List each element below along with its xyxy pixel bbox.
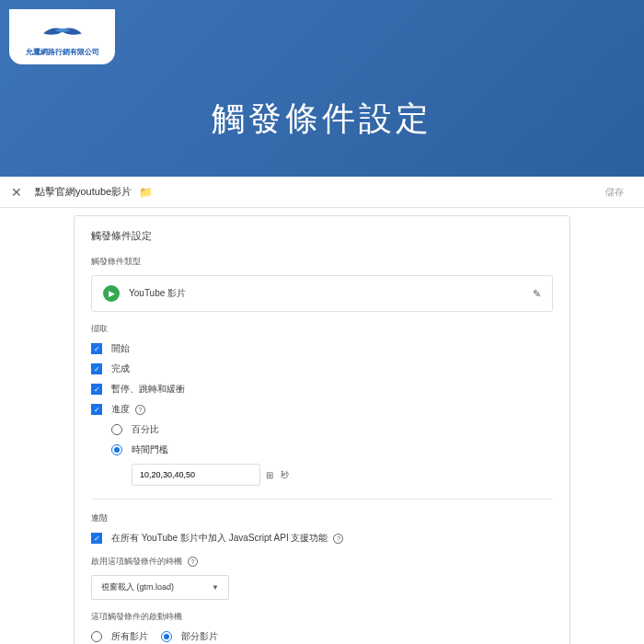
label-jsapi: 在所有 YouTube 影片中加入 JavaScript API 支援功能 [111,532,328,545]
enable-select[interactable]: 視窗載入 (gtm.load)▼ [91,575,229,600]
checkbox-pause[interactable]: ✓ [91,384,102,395]
checkbox-jsapi[interactable]: ✓ [91,533,102,544]
label-percent: 百分比 [132,423,159,436]
eagle-logo-icon [40,17,86,45]
trigger-type-row[interactable]: ▶ YouTube 影片 ✎ [91,275,553,312]
threshold-input[interactable] [132,464,260,486]
fire-section-label: 這項觸發條件的啟動時機 [91,611,553,623]
chevron-down-icon: ▼ [212,583,219,592]
radio-some-videos[interactable] [161,631,172,642]
panel-title: 觸發條件設定 [91,229,553,243]
label-progress: 進度 [111,403,130,416]
config-panel: 觸發條件設定 觸發條件類型 ▶ YouTube 影片 ✎ 擷取 ✓開始 ✓完成 … [74,215,570,644]
label-threshold: 時間門檻 [132,443,168,456]
topbar: ✕ 點擊官網youtube影片 📁 儲存 [0,177,644,208]
radio-threshold[interactable] [111,444,122,455]
label-pause: 暫停、跳轉和緩衝 [111,383,185,396]
trigger-type-name: YouTube 影片 [129,287,533,300]
divider [91,499,553,500]
label-complete: 完成 [111,362,130,375]
hero-banner: 允鷹網路行銷有限公司 觸發條件設定 [0,0,644,177]
enable-label: 啟用這項觸發條件的時機? [91,556,553,568]
checkbox-start[interactable]: ✓ [91,343,102,354]
capture-section-label: 擷取 [91,323,553,335]
label-all-videos: 所有影片 [111,630,148,643]
logo-card: 允鷹網路行銷有限公司 [9,9,115,64]
help-icon[interactable]: ? [135,405,145,415]
variable-icon[interactable]: ⊞ [266,470,273,480]
help-enable-icon[interactable]: ? [188,557,198,567]
help-jsapi-icon[interactable]: ? [333,534,343,544]
radio-all-videos[interactable] [91,631,102,642]
youtube-play-icon: ▶ [103,285,120,302]
checkbox-progress[interactable]: ✓ [91,404,102,415]
edit-pencil-icon[interactable]: ✎ [533,288,541,300]
unit-seconds: 秒 [281,469,289,481]
radio-percent[interactable] [111,424,122,435]
advanced-section-label: 進階 [91,512,553,524]
logo-company-text: 允鷹網路行銷有限公司 [26,47,99,57]
close-icon[interactable]: ✕ [11,185,22,200]
page-title: 點擊官網youtube影片 [35,185,132,199]
save-button[interactable]: 儲存 [596,182,633,202]
label-start: 開始 [111,342,130,355]
folder-icon[interactable]: 📁 [139,186,153,199]
checkbox-complete[interactable]: ✓ [91,363,102,374]
label-some-videos: 部分影片 [181,630,218,643]
type-section-label: 觸發條件類型 [91,256,553,268]
